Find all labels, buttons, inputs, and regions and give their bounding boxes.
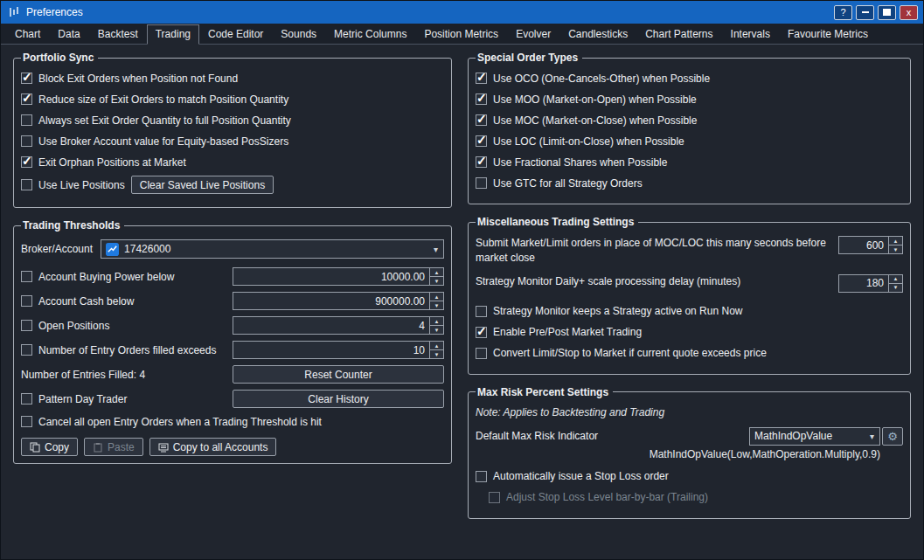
spin-down-button[interactable]: ▼ xyxy=(430,349,443,358)
tab-evolver[interactable]: Evolver xyxy=(507,24,559,45)
checkbox[interactable] xyxy=(476,93,487,105)
checkbox-row[interactable]: Enable Pre/Post Market Trading xyxy=(476,325,903,340)
checkbox-label: Use Fractional Shares when Possible xyxy=(493,156,667,169)
tab-intervals[interactable]: Intervals xyxy=(722,24,779,45)
checkbox[interactable] xyxy=(21,416,32,427)
tab-metric-columns[interactable]: Metric Columns xyxy=(325,24,415,45)
spin-down-button[interactable]: ▼ xyxy=(430,325,443,334)
checkbox-row[interactable]: Cancel all open Entry Orders when a Trad… xyxy=(21,414,444,429)
checkbox[interactable] xyxy=(476,177,487,189)
spin-up-button[interactable]: ▲ xyxy=(430,268,443,276)
checkbox[interactable] xyxy=(21,344,32,356)
checkbox-row[interactable]: Reduce size of Exit Orders to match Posi… xyxy=(21,92,444,107)
checkbox[interactable] xyxy=(21,295,32,307)
tab-favourite-metrics[interactable]: Favourite Metrics xyxy=(779,24,877,45)
checkbox-row[interactable]: Use Fractional Shares when Possible xyxy=(476,155,903,169)
checkbox[interactable] xyxy=(476,135,487,147)
checkbox[interactable] xyxy=(21,73,32,84)
checkbox-row[interactable]: Use MOO (Market-on-Open) when Possible xyxy=(476,92,903,107)
checkbox[interactable] xyxy=(21,179,32,190)
checkbox[interactable] xyxy=(476,114,487,126)
checkbox[interactable] xyxy=(21,156,32,168)
checkbox[interactable] xyxy=(476,327,487,338)
tab-code-editor[interactable]: Code Editor xyxy=(199,24,272,45)
reset-counter-button[interactable]: Reset Counter xyxy=(233,365,444,384)
tab-candlesticks[interactable]: Candlesticks xyxy=(559,24,636,45)
tab-backtest[interactable]: Backtest xyxy=(89,24,147,45)
clear-saved-live-positions-button[interactable]: Clear Saved Live Positions xyxy=(131,176,274,194)
checkbox[interactable] xyxy=(21,135,32,147)
tab-bar: Chart Data Backtest Trading Code Editor … xyxy=(1,24,923,45)
indicator-settings-button[interactable]: ⚙ xyxy=(882,427,903,446)
spin-down-button[interactable]: ▼ xyxy=(889,283,902,292)
checkbox[interactable] xyxy=(21,271,32,282)
spinner: ▲ ▼ xyxy=(429,342,443,358)
spin-down-button[interactable]: ▼ xyxy=(889,245,902,253)
indicator-controls: MathIndOpValue ▾ ⚙ xyxy=(749,427,903,446)
checkbox-row[interactable]: Open Positions xyxy=(21,318,109,333)
checkbox-row[interactable]: Use GTC for all Strategy Orders xyxy=(476,176,903,190)
tab-chart-patterns[interactable]: Chart Patterns xyxy=(636,24,721,45)
copy-to-all-accounts-button[interactable]: Copy to all Accounts xyxy=(149,438,277,456)
max-risk-indicator-select[interactable]: MathIndOpValue ▾ xyxy=(749,427,880,446)
value-input[interactable] xyxy=(839,237,888,253)
maximize-button[interactable] xyxy=(878,5,896,20)
spin-up-button[interactable]: ▲ xyxy=(889,275,902,283)
value-input[interactable] xyxy=(233,317,429,334)
checkbox-row[interactable]: Strategy Monitor keeps a Strategy active… xyxy=(476,304,903,319)
broker-account-label: Broker/Account xyxy=(21,243,93,255)
copy-button-label: Copy xyxy=(45,441,69,453)
checkbox-row[interactable]: Use OCO (One-Cancels-Other) when Possibl… xyxy=(476,71,903,86)
chevron-down-icon: ▾ xyxy=(865,432,879,441)
minimize-button[interactable] xyxy=(856,5,874,20)
checkbox-row[interactable]: Use Broker Account value for Equity-base… xyxy=(21,134,444,149)
paste-button[interactable]: Paste xyxy=(84,438,143,456)
help-button[interactable]: ? xyxy=(834,5,852,20)
checkbox-row[interactable]: Block Exit Orders when Position not Foun… xyxy=(21,71,444,86)
checkbox[interactable] xyxy=(21,393,32,404)
checkbox-row[interactable]: Exit Orphan Positions at Market xyxy=(21,155,444,169)
spinner: ▲ ▼ xyxy=(429,293,443,309)
checkbox-row[interactable]: Use MOC (Market-on-Close) when Possible xyxy=(476,113,903,128)
checkbox-row[interactable]: Use LOC (Limit-on-Close) when Possible xyxy=(476,134,903,149)
tab-trading[interactable]: Trading xyxy=(147,24,199,45)
checkbox[interactable] xyxy=(476,348,487,359)
checkbox[interactable] xyxy=(476,471,487,482)
value-input[interactable] xyxy=(233,342,429,358)
entry-orders-filled-input: ▲ ▼ xyxy=(233,341,444,359)
checkbox-row[interactable]: Always set Exit Order Quantity to full P… xyxy=(21,113,444,128)
value-input[interactable] xyxy=(233,293,429,309)
checkbox[interactable] xyxy=(476,73,487,84)
spin-up-button[interactable]: ▲ xyxy=(430,342,443,349)
checkbox[interactable] xyxy=(476,156,487,168)
clear-history-button[interactable]: Clear History xyxy=(233,390,444,408)
checkbox[interactable] xyxy=(21,320,32,331)
checkbox-row[interactable]: Automatically issue a Stop Loss order xyxy=(476,469,903,484)
tab-position-metrics[interactable]: Position Metrics xyxy=(415,24,507,45)
spin-down-button[interactable]: ▼ xyxy=(430,276,443,285)
checkbox-row[interactable]: Pattern Day Trader xyxy=(21,391,127,406)
spin-up-button[interactable]: ▲ xyxy=(430,317,443,325)
spin-up-button[interactable]: ▲ xyxy=(430,293,443,301)
checkbox-row[interactable]: Number of Entry Orders filled exceeds xyxy=(21,342,216,357)
spin-up-button[interactable]: ▲ xyxy=(889,237,902,245)
close-button[interactable]: x xyxy=(900,5,918,20)
copy-button[interactable]: Copy xyxy=(21,438,78,456)
checkbox-row[interactable]: Use Live Positions Clear Saved Live Posi… xyxy=(21,176,444,194)
tab-data[interactable]: Data xyxy=(49,24,88,45)
broker-account-select[interactable]: 17426000 ▾ xyxy=(101,239,444,259)
tab-sounds[interactable]: Sounds xyxy=(272,24,325,45)
checkbox-label: Exit Orphan Positions at Market xyxy=(38,156,186,169)
pattern-day-trader-row: Pattern Day Trader Clear History xyxy=(21,390,444,408)
checkbox-row[interactable]: Account Cash below xyxy=(21,294,134,308)
value-input[interactable] xyxy=(839,275,888,292)
tab-chart[interactable]: Chart xyxy=(6,24,49,45)
checkbox[interactable] xyxy=(21,114,32,126)
checkbox[interactable] xyxy=(21,93,32,105)
checkbox[interactable] xyxy=(476,306,487,317)
titlebar[interactable]: Preferences ? x xyxy=(1,1,923,24)
spin-down-button[interactable]: ▼ xyxy=(430,301,443,309)
checkbox-row[interactable]: Account Buying Power below xyxy=(21,269,174,284)
value-input[interactable] xyxy=(233,268,429,285)
checkbox-row[interactable]: Convert Limit/Stop to Market if current … xyxy=(476,346,903,361)
